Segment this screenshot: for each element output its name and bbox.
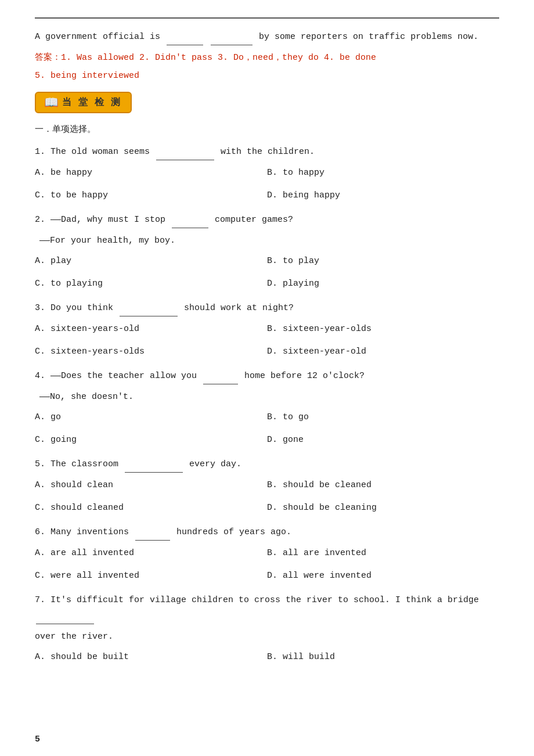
q3-optB: B. sixteen-year-olds [267, 321, 499, 338]
question-4: 4. ——Does the teacher allow you home bef… [35, 368, 499, 448]
book-icon: 📖 [44, 95, 59, 110]
q2-optD: D. playing [267, 276, 499, 293]
q2-blank [172, 212, 208, 228]
q3-text: 3. Do you think should work at night? [35, 300, 499, 316]
q7-blank [36, 608, 94, 624]
q3-blank [120, 300, 178, 316]
q4-text: 4. ——Does the teacher allow you home bef… [35, 368, 499, 384]
q7-text2: over the river. [35, 629, 499, 645]
intro-text: A government official is by some reporte… [35, 29, 499, 45]
banner-text: 当 堂 检 测 [62, 96, 122, 109]
q3-optA: A. sixteen-years-old [35, 321, 267, 338]
q6-options: A. are all invented B. all are invented [35, 545, 499, 562]
q2-text: 2. ——Dad, why must I stop computer games… [35, 212, 499, 228]
q3-optD: D. sixteen-year-old [267, 344, 499, 361]
q7-optA: A. should be built [35, 649, 267, 666]
q6-text: 6. Many inventions hundreds of years ago… [35, 524, 499, 541]
page-number: 5 [35, 735, 40, 744]
question-2: 2. ——Dad, why must I stop computer games… [35, 212, 499, 292]
q3-optC: C. sixteen-years-olds [35, 344, 267, 361]
q5-optB: B. should be cleaned [267, 477, 499, 494]
q5-text: 5. The classroom every day. [35, 456, 499, 473]
q6-optC: C. were all invented [35, 568, 267, 585]
q5-blank [125, 456, 183, 473]
q4-blank [203, 368, 238, 384]
top-divider [35, 17, 499, 19]
q1-optC: C. to be happy [35, 188, 267, 204]
q6-optB: B. all are invented [267, 545, 499, 562]
q4-optC: C. going [35, 432, 267, 449]
q5-optD: D. should be cleaning [267, 500, 499, 517]
q4-options2: C. going D. gone [35, 432, 499, 449]
q2-options2: C. to playing D. playing [35, 276, 499, 293]
q1-options: A. be happy B. to happy [35, 165, 499, 182]
q2-optC: C. to playing [35, 276, 267, 293]
q6-blank [135, 524, 170, 541]
q1-optD: D. being happy [267, 188, 499, 204]
q4-options: A. go B. to go [35, 409, 499, 426]
question-1: 1. The old woman seems with the children… [35, 144, 499, 204]
q6-optD: D. all were invented [267, 568, 499, 585]
q6-options2: C. were all invented D. all were invente… [35, 568, 499, 585]
q1-blank [156, 144, 214, 160]
question-7: 7. It's difficult for village children t… [35, 592, 499, 666]
q4-optD: D. gone [267, 432, 499, 449]
q4-optA: A. go [35, 409, 267, 426]
q4-subtext: ——No, she doesn't. [35, 389, 499, 405]
q7-options: A. should be built B. will build [35, 649, 499, 666]
q7-optB: B. will build [267, 649, 499, 666]
q7-text: 7. It's difficult for village children t… [35, 592, 499, 624]
blank2 [211, 29, 252, 45]
q1-options2: C. to be happy D. being happy [35, 188, 499, 204]
q5-options2: C. should cleaned D. should be cleaning [35, 500, 499, 517]
q3-options2: C. sixteen-years-olds D. sixteen-year-ol… [35, 344, 499, 361]
question-5: 5. The classroom every day. A. should cl… [35, 456, 499, 516]
q2-optA: A. play [35, 253, 267, 270]
q5-options: A. should clean B. should be cleaned [35, 477, 499, 494]
q2-optB: B. to play [267, 253, 499, 270]
section-title: 一．单项选择。 [35, 124, 499, 135]
banner: 📖 当 堂 检 测 [35, 92, 499, 113]
banner-box: 📖 当 堂 检 测 [35, 92, 132, 113]
q6-optA: A. are all invented [35, 545, 267, 562]
q2-subtext: ——For your health, my boy. [35, 233, 499, 249]
q5-optA: A. should clean [35, 477, 267, 494]
q3-options: A. sixteen-years-old B. sixteen-year-old… [35, 321, 499, 338]
answer-line1: 答案：1. Was allowed 2. Didn't pass 3. Do，n… [35, 50, 499, 66]
q4-optB: B. to go [267, 409, 499, 426]
question-6: 6. Many inventions hundreds of years ago… [35, 524, 499, 584]
q1-text: 1. The old woman seems with the children… [35, 144, 499, 160]
answer-line2: 5. being interviewed [35, 68, 499, 84]
q1-optB: B. to happy [267, 165, 499, 182]
q2-options: A. play B. to play [35, 253, 499, 270]
q5-optC: C. should cleaned [35, 500, 267, 517]
question-3: 3. Do you think should work at night? A.… [35, 300, 499, 360]
blank1 [167, 29, 203, 45]
q1-optA: A. be happy [35, 165, 267, 182]
